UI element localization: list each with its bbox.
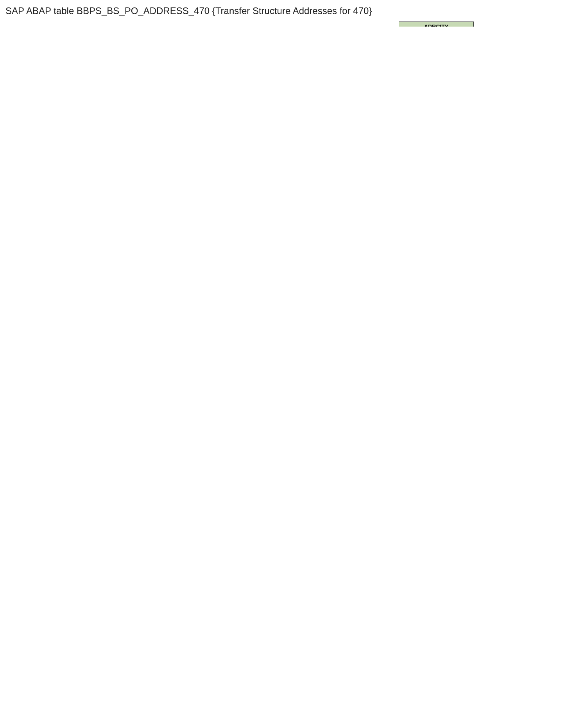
page-title: SAP ABAP table BBPS_BS_PO_ADDRESS_470 {T… [5,5,566,16]
related-entity: ADRCITYCLIENT [CLNT (3)]COUNTRY [CHAR (3… [399,22,474,27]
related-entity-name: ADRCITY [399,22,473,27]
